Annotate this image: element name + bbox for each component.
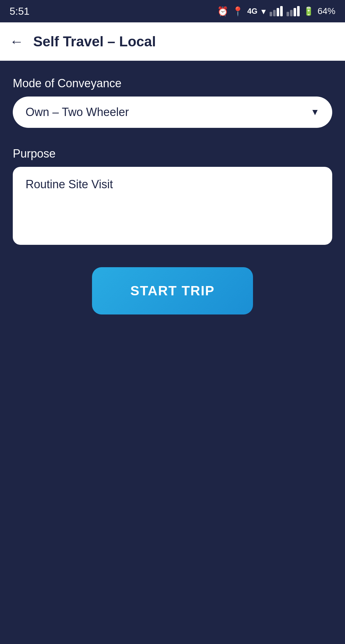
signal-bars-2-icon	[287, 6, 300, 16]
battery-icon: 🔋	[303, 6, 314, 16]
purpose-section: Purpose Routine Site Visit	[13, 147, 332, 245]
network-4g-icon: 4G	[247, 7, 257, 16]
page-title: Self Travel – Local	[33, 34, 156, 50]
conveyance-label: Mode of Conveyance	[13, 77, 332, 90]
clock-icon: ⏰	[217, 6, 228, 17]
purpose-label: Purpose	[13, 147, 332, 160]
battery-percentage: 64%	[318, 6, 335, 16]
status-bar: 5:51 ⏰ 📍 4G ▾ 🔋 64%	[0, 0, 345, 22]
back-button[interactable]: ←	[10, 35, 24, 49]
conveyance-dropdown[interactable]: Own – Two Wheeler ▼	[13, 97, 332, 128]
conveyance-value: Own – Two Wheeler	[26, 105, 129, 119]
chevron-down-icon: ▼	[310, 107, 319, 117]
location-icon: 📍	[232, 6, 243, 17]
conveyance-section: Mode of Conveyance Own – Two Wheeler ▼	[13, 77, 332, 128]
status-icons: ⏰ 📍 4G ▾ 🔋 64%	[217, 6, 335, 17]
wifi-icon: ▾	[261, 6, 266, 17]
start-trip-button[interactable]: START TRIP	[92, 267, 253, 314]
main-content: Mode of Conveyance Own – Two Wheeler ▼ P…	[0, 61, 345, 330]
button-container: START TRIP	[13, 267, 332, 314]
signal-bars-icon	[270, 6, 283, 16]
purpose-input-container: Routine Site Visit	[13, 167, 332, 245]
status-time: 5:51	[10, 5, 29, 17]
purpose-textarea[interactable]: Routine Site Visit	[26, 176, 319, 234]
app-bar: ← Self Travel – Local	[0, 22, 345, 61]
